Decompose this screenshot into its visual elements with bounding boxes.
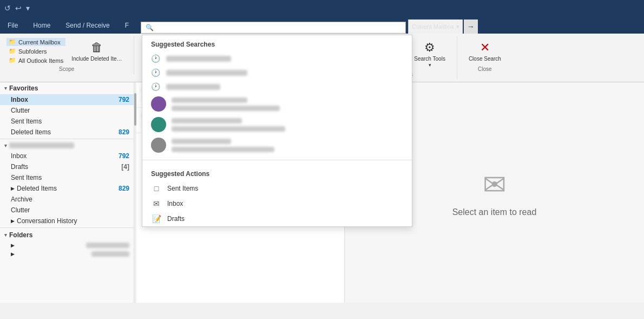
subfolder1-blur xyxy=(86,243,129,248)
include-deleted-label: Include Deleted Ite… xyxy=(71,56,122,62)
close-search-label: Close Search xyxy=(469,56,501,62)
suggestion-blur-0 xyxy=(166,56,231,62)
sidebar-item-subfolder1[interactable]: ▶ xyxy=(0,241,134,250)
search-tools-button[interactable]: ⚙ Search Tools ▾ xyxy=(409,38,450,70)
favorites-section-header[interactable]: ▾ Favorites xyxy=(0,82,134,94)
account-label-blur xyxy=(9,142,74,148)
sidebar-item-clutter[interactable]: Clutter xyxy=(0,105,134,116)
expand-icon4: ▶ xyxy=(11,251,15,257)
sidebar-item-conversation-history[interactable]: ▶ Conversation History xyxy=(0,216,134,226)
avatar-2 xyxy=(151,138,166,153)
action-drafts-label: Drafts xyxy=(167,215,185,223)
sidebar-scroll-track xyxy=(134,82,136,303)
people-item-2[interactable] xyxy=(142,135,412,155)
sidebar-divider-1 xyxy=(0,139,134,139)
scope-options: 📁 Current Mailbox 📁 Subfolders 📁 All Out… xyxy=(6,38,65,64)
folder-icon: 📁 xyxy=(9,38,16,45)
expand-icon: ▶ xyxy=(11,186,15,191)
scope-all-outlook[interactable]: 📁 All Outlook Items xyxy=(6,56,65,64)
mailbox-label: Current Mailbox xyxy=(412,23,454,30)
sidebar: ▾ Favorites Inbox 792 Clutter Sent Items… xyxy=(0,82,134,303)
menu-icon[interactable]: ▾ xyxy=(26,4,30,12)
reading-pane-message: Select an item to read xyxy=(452,207,537,217)
subfolder2-blur xyxy=(91,251,129,257)
inbox-action-icon: ✉ xyxy=(151,199,162,208)
action-inbox[interactable]: ✉ Inbox xyxy=(142,196,412,211)
search-dropdown: Suggested Searches 🕐 🕐 🕐 Suggest xyxy=(142,35,412,227)
close-group: ✕ Close Search Close xyxy=(462,36,512,74)
people-text-0 xyxy=(172,97,280,111)
sidebar-item-deleted-items[interactable]: Deleted Items 829 xyxy=(0,127,134,138)
account-collapse-icon: ▾ xyxy=(4,143,7,148)
mailbox-dropdown-icon: ▾ xyxy=(456,23,459,30)
favorites-collapse-icon: ▾ xyxy=(4,86,7,91)
folders-section-header[interactable]: ▾ Folders xyxy=(0,229,134,241)
folders-collapse-icon: ▾ xyxy=(4,232,7,238)
action-drafts[interactable]: 📝 Drafts xyxy=(142,211,412,226)
search-input[interactable] xyxy=(157,24,401,31)
tab-file[interactable]: File xyxy=(0,17,25,34)
tab-home[interactable]: Home xyxy=(25,17,58,34)
tab-send-receive[interactable]: Send / Receive xyxy=(58,17,117,34)
people-item-0[interactable] xyxy=(142,94,412,114)
sidebar-item-inbox[interactable]: Inbox 792 xyxy=(0,94,134,105)
action-sent-items-label: Sent Items xyxy=(167,185,198,192)
people-email-blur-1 xyxy=(172,126,285,132)
people-name-blur-2 xyxy=(172,139,231,144)
people-text-1 xyxy=(172,118,285,132)
close-buttons: ✕ Close Search xyxy=(464,38,506,65)
sidebar-item-clutter2[interactable]: Clutter xyxy=(0,205,134,216)
sidebar-item-sent-items2[interactable]: Sent Items xyxy=(0,172,134,183)
sidebar-divider-2 xyxy=(0,227,134,228)
subfolder-icon: 📁 xyxy=(9,48,16,55)
search-box: 🔍 xyxy=(141,22,406,34)
sidebar-item-subfolder2[interactable]: ▶ xyxy=(0,250,134,258)
favorites-label: Favorites xyxy=(9,84,38,92)
all-outlook-icon: 📁 xyxy=(9,57,16,64)
action-sent-items[interactable]: □ Sent Items xyxy=(142,181,412,196)
search-divider xyxy=(142,160,412,160)
close-search-icon: ✕ xyxy=(480,41,490,55)
undo-icon[interactable]: ↩ xyxy=(15,4,22,12)
include-deleted-button[interactable]: 🗑 Include Deleted Ite… xyxy=(67,38,127,65)
account-section-header[interactable]: ▾ xyxy=(0,140,134,151)
drafts-action-icon: 📝 xyxy=(151,214,162,223)
folder-action-icon: □ xyxy=(151,184,162,193)
sidebar-item-deleted-items2[interactable]: ▶ Deleted Items 829 xyxy=(0,183,134,194)
ribbon-tabs: File Home Send / Receive F 🔍 Current Mai… xyxy=(0,16,644,34)
scope-current-mailbox[interactable]: 📁 Current Mailbox xyxy=(6,38,65,46)
title-bar: ↺ ↩ ▾ xyxy=(0,0,644,16)
scope-buttons: 📁 Current Mailbox 📁 Subfolders 📁 All Out… xyxy=(6,38,127,65)
tab-f[interactable]: F xyxy=(117,17,136,34)
close-search-button[interactable]: ✕ Close Search xyxy=(464,38,506,65)
suggestion-blur-2 xyxy=(166,84,220,90)
sidebar-item-sent-items[interactable]: Sent Items xyxy=(0,116,134,127)
search-suggestion-1[interactable]: 🕐 xyxy=(142,66,412,80)
search-magnifier-icon: 🔍 xyxy=(146,24,154,31)
avatar-1 xyxy=(151,117,166,132)
avatar-0 xyxy=(151,96,166,112)
refresh-icon[interactable]: ↺ xyxy=(4,4,11,12)
history-icon-2: 🕐 xyxy=(151,82,161,91)
mailbox-dropdown-button[interactable]: Current Mailbox ▾ xyxy=(408,19,463,34)
people-name-blur-1 xyxy=(172,118,242,123)
search-suggestion-2[interactable]: 🕐 xyxy=(142,80,412,94)
search-forward-button[interactable]: → xyxy=(464,19,478,34)
sidebar-item-inbox2[interactable]: Inbox 792 xyxy=(0,151,134,161)
search-suggestion-0[interactable]: 🕐 xyxy=(142,51,412,66)
suggestion-blur-1 xyxy=(166,70,247,76)
suggested-actions-title: Suggested Actions xyxy=(142,165,412,181)
sidebar-item-archive[interactable]: Archive xyxy=(0,194,134,205)
scope-group: 📁 Current Mailbox 📁 Subfolders 📁 All Out… xyxy=(4,36,134,74)
suggested-searches-title: Suggested Searches xyxy=(142,35,412,51)
scope-subfolders[interactable]: 📁 Subfolders xyxy=(6,47,65,55)
people-item-1[interactable] xyxy=(142,114,412,135)
history-icon-0: 🕐 xyxy=(151,54,161,63)
expand-icon2: ▶ xyxy=(11,218,15,224)
close-group-label: Close xyxy=(464,66,506,72)
sidebar-scroll-thumb[interactable] xyxy=(134,93,136,126)
sidebar-item-drafts[interactable]: Drafts [4] xyxy=(0,161,134,172)
folders-label: Folders xyxy=(9,231,32,239)
people-name-blur-0 xyxy=(172,97,247,103)
action-inbox-label: Inbox xyxy=(167,200,183,207)
